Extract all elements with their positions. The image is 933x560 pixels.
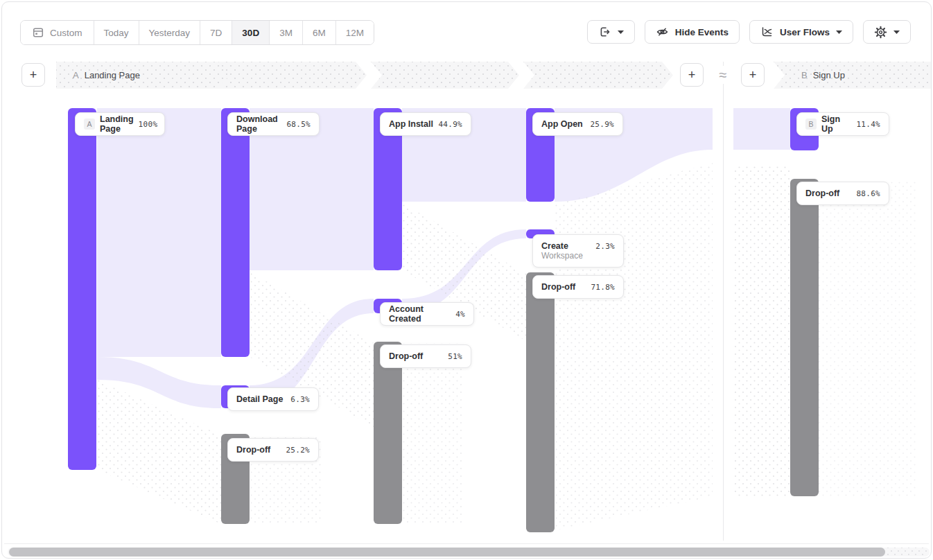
node-name: Create xyxy=(541,241,568,251)
flow-link-dropoff-step3-to-hidden xyxy=(402,343,463,524)
date-range-group: CustomTodayYesterday7D30D3M6M12M xyxy=(20,20,374,45)
node-name: Landing Page xyxy=(100,114,134,134)
add-step-button-left[interactable]: + xyxy=(21,63,45,87)
date-range-label: 3M xyxy=(279,28,293,38)
node-percent: 25.9% xyxy=(590,120,614,129)
node-name: App Install xyxy=(389,119,433,129)
date-range-12m[interactable]: 12M xyxy=(335,21,374,44)
node-label-app-install[interactable]: App Install44.9% xyxy=(380,112,471,136)
step-b-label: B Sign Up xyxy=(801,70,845,80)
node-name: Detail Page xyxy=(236,394,283,404)
node-name: App Open xyxy=(541,119,583,129)
date-range-label: 7D xyxy=(210,28,222,38)
funnel-step-segment-a[interactable]: A Landing Page xyxy=(56,62,231,89)
date-range-today[interactable]: Today xyxy=(94,21,139,44)
date-range-yesterday[interactable]: Yesterday xyxy=(139,21,200,44)
step-a-badge: A xyxy=(73,70,79,80)
calendar-icon xyxy=(32,26,44,39)
node-percent: 44.9% xyxy=(438,120,462,129)
step-b-text: Sign Up xyxy=(813,70,845,80)
step-b-badge: B xyxy=(801,70,808,80)
node-percent: 6.3% xyxy=(290,395,310,404)
hide-events-button[interactable]: Hide Events xyxy=(645,20,740,44)
eye-off-icon xyxy=(656,26,669,38)
date-range-label: 30D xyxy=(242,28,259,38)
node-name: Download Page xyxy=(236,114,281,134)
date-range-6m[interactable]: 6M xyxy=(302,21,335,44)
section-divider xyxy=(723,62,724,541)
chevron-down-icon xyxy=(893,30,900,34)
node-percent: 51% xyxy=(448,352,462,361)
node-label-detail-page[interactable]: Detail Page6.3% xyxy=(227,387,319,411)
step-badge: B xyxy=(805,119,817,130)
node-label-landing-page[interactable]: ALanding Page100% xyxy=(75,112,165,136)
flow-node-bar-dropoff-step4[interactable] xyxy=(526,272,555,532)
step-badge: A xyxy=(84,119,95,130)
node-name: Account Created xyxy=(389,304,451,324)
flow-link-app-open-to-dropoff-b xyxy=(555,163,713,530)
node-name: Sign Up xyxy=(821,114,851,134)
chevron-down-icon xyxy=(618,30,624,34)
date-range-label: Today xyxy=(104,28,129,38)
step-a-text: Landing Page xyxy=(85,70,140,80)
hide-events-label: Hide Events xyxy=(675,27,729,37)
node-name: Drop-off xyxy=(805,189,839,198)
flow-node-bar-download-page[interactable] xyxy=(221,108,250,357)
node-name: Drop-off xyxy=(236,445,270,455)
date-range-custom[interactable]: Custom xyxy=(21,21,94,44)
export-button[interactable] xyxy=(587,20,635,44)
user-flows-icon xyxy=(760,26,774,38)
node-percent: 71.8% xyxy=(591,283,615,292)
node-percent: 4% xyxy=(455,310,465,319)
toolbar-right: Hide Events User Flows xyxy=(587,20,911,44)
date-range-label: 6M xyxy=(313,28,326,38)
node-label-dropoff-b[interactable]: Drop-off88.6% xyxy=(796,182,889,205)
date-range-label: Yesterday xyxy=(149,28,191,38)
date-range-30d[interactable]: 30D xyxy=(232,21,269,44)
date-range-7d[interactable]: 7D xyxy=(200,21,232,44)
flow-node-bar-dropoff-step3[interactable] xyxy=(374,342,402,524)
node-label-account-created[interactable]: Account Created4% xyxy=(380,302,474,326)
node-percent: 11.4% xyxy=(856,120,880,129)
node-percent: 88.6% xyxy=(856,189,880,198)
date-range-label: Custom xyxy=(50,28,82,38)
flow-link-section-b-to-dropoff-b xyxy=(733,165,790,496)
funnel-step-segment-b[interactable]: B Sign Up xyxy=(774,62,932,89)
flow-link-dropoff-b-to-hidden xyxy=(818,180,917,496)
node-label-dropoff-step2[interactable]: Drop-off25.2% xyxy=(227,438,319,462)
node-label-sign-up[interactable]: BSign Up11.4% xyxy=(796,112,889,136)
user-flows-label: User Flows xyxy=(780,27,830,37)
node-percent: 68.5% xyxy=(286,120,311,129)
flow-link-landing-page-to-download-page xyxy=(97,108,221,357)
funnel-step-segment-3[interactable] xyxy=(371,62,519,89)
step-a-label: A Landing Page xyxy=(73,70,140,80)
date-range-label: 12M xyxy=(346,28,364,38)
approx-break-symbol: ≈ xyxy=(714,66,732,84)
user-flows-panel: + A Landing Page + ≈ + B Sign Up ALandin… xyxy=(1,1,932,559)
add-step-button-a[interactable]: + xyxy=(680,63,704,87)
node-name: Drop-off xyxy=(541,282,575,292)
funnel-step-segment-4[interactable] xyxy=(523,62,673,89)
node-name-line2: Workspace xyxy=(541,252,615,261)
flow-node-bar-dropoff-b[interactable] xyxy=(790,179,819,496)
date-range-3m[interactable]: 3M xyxy=(269,21,302,44)
export-icon xyxy=(598,26,611,38)
gear-icon xyxy=(874,26,887,39)
settings-button[interactable] xyxy=(863,20,911,44)
node-label-dropoff-step3[interactable]: Drop-off51% xyxy=(380,344,471,368)
funnel-step-segment-2[interactable] xyxy=(218,62,367,89)
node-label-dropoff-step4[interactable]: Drop-off71.8% xyxy=(532,275,624,299)
flow-node-bar-landing-page[interactable] xyxy=(68,108,96,470)
node-name: Drop-off xyxy=(389,351,423,361)
user-flows-button[interactable]: User Flows xyxy=(749,20,853,44)
flow-link-section-b-to-sign-up xyxy=(733,108,790,150)
node-label-create-workspace[interactable]: Create2.3%Workspace xyxy=(532,234,624,268)
node-percent: 2.3% xyxy=(595,242,615,251)
node-percent: 25.2% xyxy=(286,446,310,455)
node-percent: 100% xyxy=(139,120,158,129)
chevron-down-icon xyxy=(836,30,842,34)
add-step-button-b[interactable]: + xyxy=(741,63,765,87)
node-label-download-page[interactable]: Download Page68.5% xyxy=(227,112,320,136)
node-label-app-open[interactable]: App Open25.9% xyxy=(532,112,623,136)
